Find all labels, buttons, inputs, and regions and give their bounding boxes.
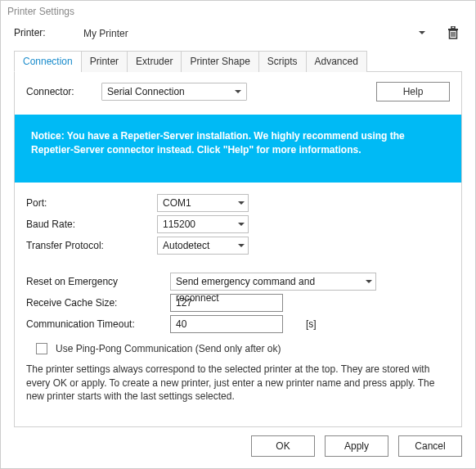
printer-label: Printer: xyxy=(14,27,79,38)
tab-bar: Connection Printer Extruder Printer Shap… xyxy=(14,50,462,72)
chevron-down-icon xyxy=(238,244,245,247)
protocol-row: Transfer Protocol: Autodetect xyxy=(26,237,450,255)
svg-rect-1 xyxy=(451,26,455,29)
protocol-select[interactable]: Autodetect xyxy=(157,237,249,255)
tab-body-connection: Connector: Serial Connection Help Notice… xyxy=(14,72,462,427)
delete-printer-button[interactable] xyxy=(444,24,462,42)
reset-select[interactable]: Send emergency command and reconnect xyxy=(170,273,376,291)
chevron-down-icon xyxy=(366,280,372,283)
connector-row: Connector: Serial Connection Help xyxy=(26,82,450,101)
cache-label: Receive Cache Size: xyxy=(26,297,170,309)
notice-banner: Notice: You have a Repetier-Server insta… xyxy=(15,115,461,183)
baud-label: Baud Rate: xyxy=(26,219,157,230)
tab-advanced[interactable]: Advanced xyxy=(306,51,367,72)
connector-select[interactable]: Serial Connection xyxy=(101,83,247,101)
chevron-down-icon xyxy=(419,31,425,34)
port-select-value: COM1 xyxy=(163,197,191,209)
port-row: Port: COM1 xyxy=(26,194,450,212)
printer-settings-dialog: Printer Settings Printer: My Printer C xyxy=(0,0,476,469)
protocol-select-value: Autodetect xyxy=(163,240,209,251)
dialog-content: Printer: My Printer Connection Printer E… xyxy=(1,20,475,427)
info-text: The printer settings always correspond t… xyxy=(26,363,450,404)
timeout-input[interactable] xyxy=(170,315,283,333)
port-label: Port: xyxy=(26,197,157,209)
tab-printer-shape[interactable]: Printer Shape xyxy=(181,51,258,72)
pingpong-label: Use Ping-Pong Communication (Send only a… xyxy=(56,343,281,354)
timeout-row: Communication Timeout: [s] xyxy=(26,315,450,333)
printer-select[interactable]: My Printer xyxy=(79,24,431,42)
timeout-unit: [s] xyxy=(306,318,317,330)
tab-printer[interactable]: Printer xyxy=(81,51,128,72)
help-button[interactable]: Help xyxy=(376,82,450,101)
timeout-label: Communication Timeout: xyxy=(26,318,170,330)
ok-button[interactable]: OK xyxy=(251,435,315,457)
reset-row: Reset on Emergency Send emergency comman… xyxy=(26,273,450,291)
reset-label: Reset on Emergency xyxy=(26,276,170,287)
port-select[interactable]: COM1 xyxy=(157,194,249,212)
baud-row: Baud Rate: 115200 xyxy=(26,215,450,233)
cache-row: Receive Cache Size: xyxy=(26,294,450,312)
baud-select[interactable]: 115200 xyxy=(157,215,249,233)
connector-select-value: Serial Connection xyxy=(107,86,185,97)
tab-connection[interactable]: Connection xyxy=(14,51,82,72)
protocol-label: Transfer Protocol: xyxy=(26,240,157,251)
printer-row: Printer: My Printer xyxy=(14,24,462,42)
tab-extruder[interactable]: Extruder xyxy=(127,51,182,72)
tab-scripts[interactable]: Scripts xyxy=(258,51,307,72)
chevron-down-icon xyxy=(238,201,245,205)
cancel-button[interactable]: Cancel xyxy=(398,435,462,457)
apply-button[interactable]: Apply xyxy=(325,435,388,457)
spacer xyxy=(26,258,450,273)
pingpong-checkbox[interactable] xyxy=(36,343,47,354)
connector-label: Connector: xyxy=(26,86,101,97)
dialog-button-row: OK Apply Cancel xyxy=(1,427,475,468)
trash-icon xyxy=(447,26,459,39)
printer-select-value: My Printer xyxy=(83,28,128,39)
pingpong-row: Use Ping-Pong Communication (Send only a… xyxy=(36,343,450,354)
dialog-title: Printer Settings xyxy=(1,1,475,20)
chevron-down-icon xyxy=(235,90,241,93)
chevron-down-icon xyxy=(238,223,245,226)
baud-select-value: 115200 xyxy=(163,219,195,230)
